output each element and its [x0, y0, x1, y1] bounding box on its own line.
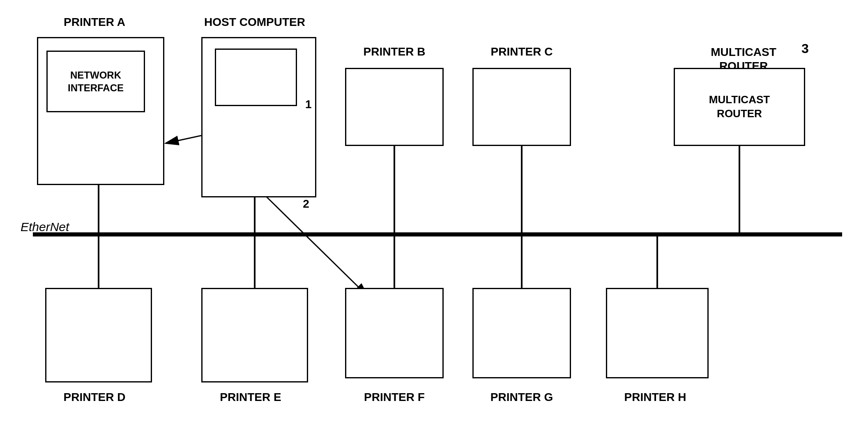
diagram-container: PRINTER A HOST COMPUTER PRINTER B PRINTE…	[0, 0, 868, 431]
printer-f-box	[345, 288, 444, 378]
printer-f-label: PRINTER F	[345, 391, 444, 404]
ref1-label: 1	[305, 98, 312, 111]
printer-d-box	[45, 288, 152, 382]
printer-a-box: NETWORK INTERFACE	[37, 37, 164, 185]
printer-g-label: PRINTER G	[472, 391, 571, 404]
ethernet-label: EtherNet	[21, 220, 69, 234]
printer-c-box	[472, 68, 571, 146]
multicast-router-box: MULTICASTROUTER	[674, 68, 805, 146]
printer-e-label: PRINTER E	[201, 391, 300, 404]
printer-e-box	[201, 288, 308, 382]
printer-b-label: PRINTER B	[345, 45, 444, 58]
printer-b-box	[345, 68, 444, 146]
monitor-inner	[215, 49, 297, 106]
printer-a-label: PRINTER A	[45, 16, 144, 29]
printer-c-label: PRINTER C	[472, 45, 571, 58]
host-computer-box: 1	[201, 37, 316, 197]
printer-d-label: PRINTER D	[45, 391, 144, 404]
network-interface-box: NETWORK INTERFACE	[46, 51, 145, 112]
printer-h-label: PRINTER H	[606, 391, 705, 404]
ref2-label: 2	[296, 197, 316, 211]
host-computer-label: HOST COMPUTER	[185, 16, 325, 29]
printer-h-box	[606, 288, 709, 378]
network-interface-label: NETWORK INTERFACE	[48, 69, 144, 94]
printer-g-box	[472, 288, 571, 378]
